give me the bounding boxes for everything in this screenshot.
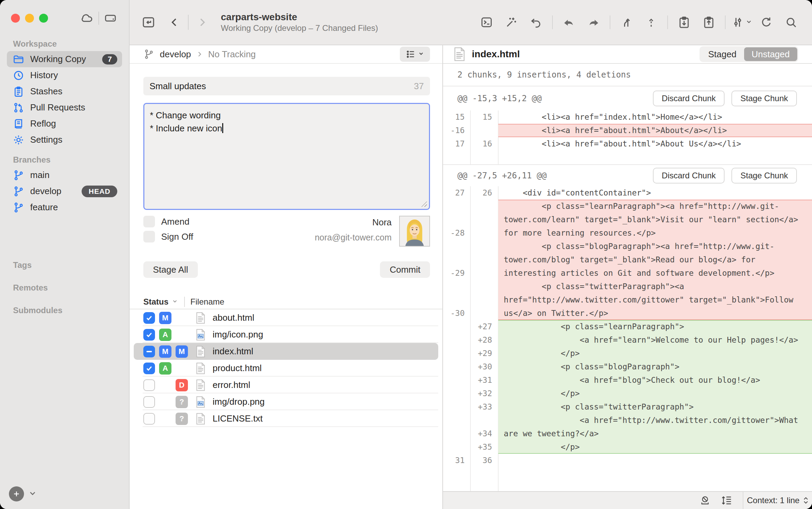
app-window: Workspace Working Copy 7 History Stashes… xyxy=(0,0,812,509)
sidebar-item-branch-develop[interactable]: develop HEAD xyxy=(7,183,122,199)
diff-panel: index.html Staged Unstaged 2 chunks, 9 i… xyxy=(443,45,812,509)
sidebar-item-working-copy[interactable]: Working Copy 7 xyxy=(7,51,122,67)
undo-icon[interactable] xyxy=(527,14,545,31)
file-row[interactable]: ? img/drop.png xyxy=(130,393,442,410)
show-repository-in-finder-icon[interactable] xyxy=(140,14,157,31)
back-button[interactable] xyxy=(166,14,183,31)
folder-icon xyxy=(12,52,25,66)
sidebar-item-settings[interactable]: Settings xyxy=(7,132,122,148)
discard-chunk-button[interactable]: Discard Chunk xyxy=(653,91,725,106)
commit-description-input[interactable]: * Change wording * Include new icon xyxy=(143,103,430,210)
commit-button[interactable]: Commit xyxy=(380,261,430,278)
chevron-down-icon xyxy=(745,18,752,26)
stash-pop-icon[interactable] xyxy=(700,14,717,31)
diff-line: +32 </p> xyxy=(443,387,812,400)
file-name: img/icon.png xyxy=(213,329,263,340)
commit-author[interactable]: Nora nora@git-tower.com xyxy=(315,216,430,247)
file-row[interactable]: M M index.html xyxy=(134,343,438,360)
file-row[interactable]: ? LICENSE.txt xyxy=(130,410,442,427)
branch-breadcrumb: develop No Tracking xyxy=(130,45,442,64)
divider xyxy=(667,15,668,29)
deletion-block: -28 <p class="learnParagraph"><a href="h… xyxy=(443,200,812,320)
working-copy-panel: develop No Tracking Small updates 37 * C… xyxy=(130,45,443,509)
stage-chunk-button[interactable]: Stage Chunk xyxy=(731,168,797,184)
rebase-icon[interactable] xyxy=(643,14,660,31)
add-button[interactable] xyxy=(9,486,24,501)
cloud-services-icon[interactable] xyxy=(79,10,95,26)
file-row[interactable]: A product.html xyxy=(130,360,442,377)
diff-line: 3136 xyxy=(443,454,812,467)
diff-line: -29 <p class="blogParagraph"><a href="ht… xyxy=(443,240,812,280)
sign-off-checkbox[interactable] xyxy=(143,231,155,242)
filters-icon[interactable] xyxy=(733,14,750,31)
tab-staged[interactable]: Staged xyxy=(701,47,744,61)
repository-name: carparts-website xyxy=(221,12,378,23)
chevron-down-icon[interactable] xyxy=(28,489,37,499)
search-icon[interactable] xyxy=(783,14,800,31)
diff-line: +30 <p class="blogParagraph"> xyxy=(443,360,812,374)
sidebar-item-history[interactable]: History xyxy=(7,67,122,83)
sidebar-section-tags[interactable]: Tags xyxy=(0,260,129,270)
sidebar-item-pull-requests[interactable]: Pull Requests xyxy=(7,99,122,116)
discard-arrow-icon[interactable] xyxy=(560,14,577,31)
pull-request-icon xyxy=(12,101,25,115)
file-name: index.html xyxy=(213,346,253,357)
wand-icon[interactable] xyxy=(503,14,520,31)
file-row[interactable]: D error.html xyxy=(130,377,442,393)
unstaged-status-badge xyxy=(176,329,188,341)
file-row[interactable]: A img/icon.png xyxy=(130,326,442,343)
staged-status-badge xyxy=(159,379,171,391)
sidebar-item-label: Reflog xyxy=(30,118,117,129)
diff-header: index.html Staged Unstaged xyxy=(443,45,812,64)
stage-checkbox[interactable] xyxy=(143,413,155,425)
tab-unstaged[interactable]: Unstaged xyxy=(744,47,797,61)
sidebar-item-branch-feature[interactable]: feature xyxy=(7,199,122,215)
forward-button[interactable] xyxy=(193,14,211,31)
commit-subject-input[interactable]: Small updates 37 xyxy=(143,77,430,95)
sign-off-option: Sign Off xyxy=(143,231,193,242)
sidebar-item-stashes[interactable]: Stashes xyxy=(7,83,122,99)
file-icon xyxy=(195,396,206,408)
addition-block: +27 <p class="learnParagraph">+28 <a hre… xyxy=(443,320,812,454)
refresh-icon[interactable] xyxy=(758,14,775,31)
context-stepper[interactable]: Context: 1 line xyxy=(743,492,812,509)
resize-grip[interactable] xyxy=(421,201,427,207)
sidebar-section-remotes[interactable]: Remotes xyxy=(0,283,129,293)
redo-arrow-icon[interactable] xyxy=(585,14,602,31)
stage-checkbox[interactable] xyxy=(143,312,155,324)
zoom-window-button[interactable] xyxy=(39,14,48,23)
stage-checkbox[interactable] xyxy=(143,363,155,374)
close-window-button[interactable] xyxy=(11,14,20,23)
diff-line: +33 <p class="twitterParagraph"> xyxy=(443,400,812,414)
stage-checkbox[interactable] xyxy=(143,329,155,341)
diff-line: +34 <a href="http://www.twitter.com/gitt… xyxy=(443,414,812,440)
minimize-window-button[interactable] xyxy=(25,14,34,23)
discard-chunk-button[interactable]: Discard Chunk xyxy=(653,168,725,184)
amend-checkbox[interactable] xyxy=(143,216,155,227)
head-badge: HEAD xyxy=(82,186,117,197)
description-line: * Change wording xyxy=(150,109,423,122)
view-options-button[interactable] xyxy=(400,47,430,62)
status-column-header[interactable]: Status xyxy=(143,297,168,307)
stash-save-icon[interactable] xyxy=(676,14,693,31)
stage-checkbox[interactable] xyxy=(143,379,155,391)
ignore-whitespace-icon[interactable] xyxy=(700,495,710,506)
staged-status-badge: A xyxy=(159,362,171,375)
sidebar-section-submodules[interactable]: Submodules xyxy=(0,306,129,315)
stage-checkbox[interactable] xyxy=(143,396,155,408)
terminal-icon[interactable] xyxy=(478,14,495,31)
stage-chunk-button[interactable]: Stage Chunk xyxy=(731,91,797,106)
file-row[interactable]: M about.html xyxy=(130,309,442,326)
stage-all-button[interactable]: Stage All xyxy=(143,261,198,278)
sidebar-item-reflog[interactable]: Reflog xyxy=(7,116,122,132)
stage-checkbox[interactable] xyxy=(143,346,155,357)
diff-filler xyxy=(443,467,812,491)
diff-line: +29 </p> xyxy=(443,347,812,360)
line-spacing-icon[interactable] xyxy=(721,495,732,506)
sidebar-item-branch-main[interactable]: main xyxy=(7,167,122,183)
merge-icon[interactable] xyxy=(618,14,635,31)
current-branch-label[interactable]: develop xyxy=(160,49,191,60)
local-repositories-icon[interactable] xyxy=(103,10,118,26)
filename-column-header[interactable]: Filename xyxy=(190,297,224,307)
staged-status-badge: M xyxy=(159,345,171,358)
